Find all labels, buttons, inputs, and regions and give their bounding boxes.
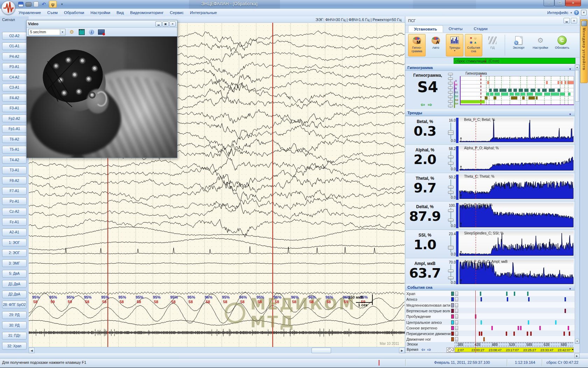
slider-thumb[interactable] <box>448 82 453 84</box>
menu-item-1[interactable]: Съем <box>44 9 61 16</box>
video-close-button[interactable]: ✕ <box>169 21 176 27</box>
trend-threshold-slider[interactable] <box>448 123 454 139</box>
scrollbar-thumb[interactable] <box>575 70 579 102</box>
event-row-handle[interactable] <box>455 297 458 301</box>
ribbon-button-настройки[interactable]: ⚙Настройки <box>530 34 551 56</box>
copy-icon[interactable] <box>34 1 38 7</box>
channel-button[interactable]: Д2.ДвА <box>2 291 27 298</box>
close-menubar-icon[interactable]: ✕ <box>581 10 587 15</box>
slider-thumb[interactable] <box>448 191 454 194</box>
tab-Отчеты[interactable]: Отчеты <box>443 25 468 33</box>
toolbar-overflow-icon[interactable]: ▾ <box>59 1 65 7</box>
channel-button[interactable]: 32: Храп <box>2 342 27 350</box>
channel-button[interactable]: Fp2-A2 <box>2 115 27 122</box>
channel-button[interactable]: 31: ПДт <box>2 332 27 340</box>
ribbon-button-авто[interactable]: AАвто <box>427 34 444 56</box>
slider-thumb[interactable] <box>448 73 453 75</box>
stage-navigation-arrows[interactable]: ⇦⇨ <box>408 102 447 108</box>
channel-button[interactable]: T3-A1 <box>2 166 27 174</box>
slider-thumb[interactable] <box>448 186 454 189</box>
slider-thumb[interactable] <box>448 209 454 212</box>
channel-button[interactable]: 2: ЭОГ <box>2 249 27 257</box>
channel-button[interactable]: Д1.ДвА <box>2 280 27 288</box>
ribbon-button-событиясна[interactable]: ♥☺◉▲Событиясна <box>465 34 482 56</box>
eeg-horizontal-scrollbar[interactable]: ◀ ▶ <box>29 347 405 354</box>
hypnogram-chart[interactable]: Гипнограмма <box>460 71 574 110</box>
sweep-speed-select[interactable]: 5 sec/mm ▾ <box>28 29 65 35</box>
scroll-up-icon[interactable]: ▲ <box>575 65 579 69</box>
tab-Установить[interactable]: Установить <box>408 25 443 33</box>
channel-button[interactable]: P4-A2 <box>2 53 27 60</box>
hypnogram-section-header[interactable]: Гипнограмма ▼ <box>405 64 580 71</box>
ribbon-button-обновить[interactable]: CОбновить <box>552 34 572 56</box>
slider-thumb[interactable] <box>448 277 454 279</box>
slider-thumb[interactable] <box>448 100 453 103</box>
channel-button[interactable]: F4-A2 <box>2 94 27 102</box>
channel-button[interactable]: F3-A1 <box>2 104 27 112</box>
slider-thumb[interactable] <box>448 162 454 165</box>
print-icon[interactable] <box>26 2 31 7</box>
slider-thumb[interactable] <box>448 219 454 222</box>
trend-threshold-slider[interactable] <box>448 151 454 167</box>
channel-button[interactable]: 3: ЭМГ <box>2 259 27 267</box>
ribbon-button-тренды[interactable]: Тренды▼ <box>446 34 463 56</box>
time-axis[interactable]: 2:0723:00:2723:08:4723:17:0723:25:2723:3… <box>455 347 574 352</box>
trend-threshold-slider[interactable] <box>448 208 454 224</box>
video-maximize-button[interactable]: ▣ <box>162 21 169 27</box>
channel-button[interactable]: T6-A2 <box>2 135 27 143</box>
channel-button[interactable]: Cz-A2 <box>2 208 27 216</box>
scroll-down-icon[interactable]: ▼ <box>575 339 579 343</box>
channel-button[interactable]: Fp1-A1 <box>2 125 27 133</box>
channel-button[interactable]: T5-A1 <box>2 146 27 154</box>
channel-button[interactable]: F7-A1 <box>2 187 27 195</box>
menu-item-5[interactable]: Видеомониторинг <box>127 9 167 16</box>
channel-button[interactable]: A2-A1 <box>2 229 27 236</box>
channel-button[interactable]: 29: РД <box>2 311 27 319</box>
slider-thumb[interactable] <box>448 156 454 158</box>
trend-threshold-slider[interactable] <box>448 236 454 252</box>
channel-button[interactable]: T4-A2 <box>2 156 27 164</box>
slider-thumb[interactable] <box>448 96 453 98</box>
menu-item-7[interactable]: Интегральные <box>187 9 220 16</box>
event-row-handle[interactable] <box>455 337 458 341</box>
device-manager-tab[interactable]: Менеджер устройств <box>580 19 588 83</box>
trend-threshold-slider[interactable] <box>448 265 454 281</box>
help-icon[interactable]: ? <box>574 10 579 15</box>
scrollbar-thumb[interactable] <box>312 348 331 353</box>
menu-item-2[interactable]: Обработки <box>61 9 88 16</box>
slider-thumb[interactable] <box>448 87 453 89</box>
event-row-handle[interactable] <box>455 326 458 330</box>
channel-button[interactable]: 1: ЭОГ <box>2 239 27 246</box>
menu-item-6[interactable]: Сервис <box>167 9 187 16</box>
app-logo-icon[interactable] <box>1 1 15 15</box>
event-row-handle[interactable] <box>455 314 458 319</box>
trends-section-header[interactable]: Тренды ▼ <box>405 110 580 116</box>
hypnogram-scale-slider[interactable] <box>448 73 453 108</box>
video-minimize-button[interactable]: ▂ <box>155 21 162 27</box>
channel-button[interactable]: Fz-A1 <box>2 218 27 226</box>
wireless-antenna-icon[interactable]: ψ <box>49 1 57 8</box>
event-row-handle[interactable] <box>455 320 458 325</box>
restore-button[interactable]: ❒ <box>554 0 565 6</box>
tab-Стадии[interactable]: Стадии <box>468 25 493 33</box>
channel-button[interactable]: F8-A2 <box>2 177 27 184</box>
scroll-left-icon[interactable]: ◀ <box>29 348 35 353</box>
minimize-button[interactable]: ─ <box>544 0 554 6</box>
chevron-down-icon[interactable]: ▾ <box>60 29 65 35</box>
scroll-right-icon[interactable]: ▶ <box>399 348 405 353</box>
menu-item-0[interactable]: Управление <box>15 9 44 16</box>
event-row-handle[interactable] <box>455 332 458 336</box>
sleep-events-section-header[interactable]: События сна ▼ <box>405 284 580 291</box>
ribbon-button-пд[interactable]: ПД <box>484 34 501 56</box>
psg-minimize-button[interactable]: ▂ <box>564 18 570 23</box>
psg-vertical-scrollbar[interactable]: ▲ ▼ <box>575 64 580 344</box>
menu-item-4[interactable]: Вид <box>113 9 127 16</box>
channel-button[interactable]: O1-A1 <box>2 42 27 50</box>
info-icon[interactable]: i <box>88 29 95 35</box>
slider-thumb[interactable] <box>448 77 453 80</box>
close-button[interactable]: ✕ <box>565 0 581 6</box>
channel-button[interactable]: C3-A1 <box>2 84 27 91</box>
filmstrip-icon[interactable] <box>78 29 85 35</box>
video-settings-icon[interactable]: ⚙ <box>68 29 75 35</box>
epochs-axis[interactable]: 389439489539589639689 <box>455 342 574 347</box>
